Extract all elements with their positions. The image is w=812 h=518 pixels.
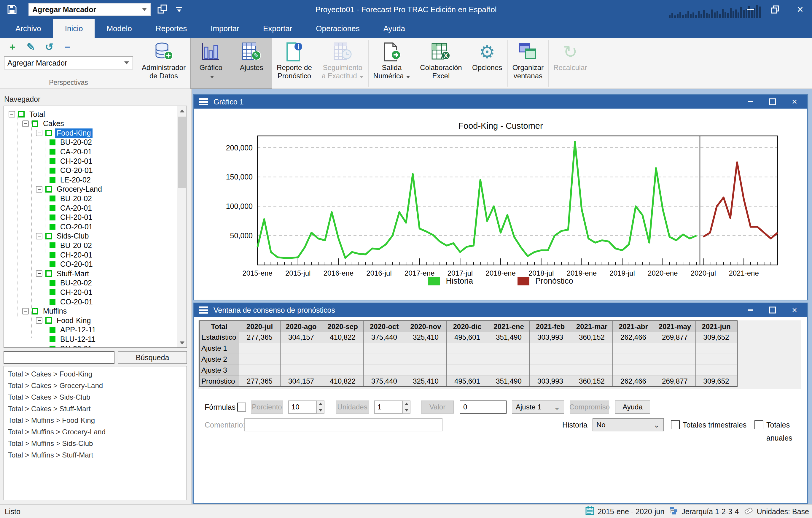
tree-item-bu-20-02[interactable]: BU-20-02 <box>50 240 94 250</box>
tab-ayuda[interactable]: Ayuda <box>372 19 417 38</box>
tree-item-ch-20-01[interactable]: CH-20-01 <box>50 287 94 297</box>
table-cell[interactable]: 309,652 <box>696 376 737 387</box>
table-cell[interactable]: 277,365 <box>239 376 281 387</box>
table-cell[interactable]: 269,877 <box>654 332 696 343</box>
tree-item-co-20-01[interactable]: CO-20-01 <box>50 297 95 307</box>
minimize-button[interactable] <box>746 97 755 106</box>
list-item[interactable]: Total > Muffins > Stuff-Mart <box>4 449 186 461</box>
table-cell[interactable] <box>613 354 654 365</box>
percent-stepper[interactable]: 10 <box>288 401 324 413</box>
tree-item-app-12-11[interactable]: APP-12-11 <box>50 325 97 335</box>
maximize-button[interactable] <box>768 97 777 106</box>
tree-scrollbar[interactable] <box>177 106 186 348</box>
collapse-icon[interactable] <box>36 130 42 136</box>
minimize-button[interactable] <box>746 306 755 315</box>
tree-item-bu-20-02[interactable]: BU-20-02 <box>50 138 94 147</box>
search-input[interactable] <box>4 351 114 364</box>
table-cell[interactable]: 325,410 <box>405 332 446 343</box>
chart-button[interactable]: Gráfico <box>191 38 231 88</box>
tree-item-co-20-01[interactable]: CO-20-01 <box>50 166 95 175</box>
tree-item-ca-20-01[interactable]: CA-20-01 <box>50 147 94 156</box>
table-cell[interactable] <box>405 354 446 365</box>
table-cell[interactable]: 325,410 <box>405 376 446 387</box>
table-cell[interactable]: 304,157 <box>281 332 322 343</box>
table-cell[interactable] <box>530 343 571 354</box>
edit-perspective-button[interactable]: ✎ <box>25 41 37 53</box>
table-cell[interactable] <box>446 365 488 376</box>
tree-item-bn-20-01[interactable]: BN-20-01 <box>50 344 94 348</box>
value-button[interactable]: Valor <box>421 401 454 413</box>
collapse-icon[interactable] <box>36 233 42 239</box>
remove-perspective-button[interactable]: − <box>62 41 74 53</box>
table-cell[interactable] <box>364 354 405 365</box>
formulas-checkbox[interactable] <box>237 403 246 411</box>
scroll-up-icon[interactable] <box>177 106 187 116</box>
table-cell[interactable] <box>654 354 696 365</box>
tab-exportar[interactable]: Exportar <box>251 19 304 38</box>
history-combo[interactable]: No⌄ <box>592 418 664 431</box>
table-cell[interactable] <box>571 365 613 376</box>
tab-operaciones[interactable]: Operaciones <box>304 19 371 38</box>
list-item[interactable]: Total > Cakes > Food-King <box>4 368 186 380</box>
chart-window-titlebar[interactable]: Gráfico 1 × <box>194 95 807 109</box>
table-cell[interactable]: 410,822 <box>322 332 364 343</box>
quick-access-customize-icon[interactable] <box>176 6 183 14</box>
forecast-report-button[interactable]: iReporte dePronóstico <box>272 38 317 88</box>
table-cell[interactable]: 262,466 <box>613 332 654 343</box>
table-cell[interactable] <box>488 343 530 354</box>
commit-button[interactable]: Compromiso <box>570 401 609 413</box>
collapse-icon[interactable] <box>9 111 15 117</box>
numeric-output-button[interactable]: SalidaNumérica <box>369 38 415 88</box>
tab-modelo[interactable]: Modelo <box>95 19 144 38</box>
table-cell[interactable]: 351,490 <box>488 332 530 343</box>
tree-item-bu-20-02[interactable]: BU-20-02 <box>50 278 94 288</box>
table-cell[interactable] <box>281 354 322 365</box>
table-cell[interactable]: 262,466 <box>613 376 654 387</box>
tree-item-cakes[interactable]: Cakes <box>22 119 66 128</box>
table-cell[interactable] <box>613 365 654 376</box>
table-cell[interactable]: 269,877 <box>654 376 696 387</box>
close-icon[interactable]: × <box>790 97 799 106</box>
tree-item-total[interactable]: Total <box>9 110 47 119</box>
table-cell[interactable]: 360,152 <box>571 332 613 343</box>
excel-collaboration-button[interactable]: XColaboraciónExcel <box>415 38 466 88</box>
tree-item-bu-20-02[interactable]: BU-20-02 <box>50 194 94 203</box>
table-cell[interactable] <box>488 354 530 365</box>
table-cell[interactable] <box>654 343 696 354</box>
collapse-icon[interactable] <box>22 308 29 315</box>
window-menu-icon[interactable] <box>199 98 208 105</box>
list-item[interactable]: Total > Muffins > Food-King <box>4 414 186 426</box>
table-cell[interactable] <box>696 354 737 365</box>
tree-item-le-20-02[interactable]: LE-20-02 <box>50 175 92 184</box>
table-cell[interactable] <box>446 343 488 354</box>
table-cell[interactable] <box>239 343 281 354</box>
save-icon[interactable] <box>6 4 17 16</box>
perspectives-combo[interactable]: Agregar Marcador <box>4 56 133 69</box>
table-cell[interactable] <box>405 365 446 376</box>
options-button[interactable]: ⚙Opciones <box>467 38 508 88</box>
table-cell[interactable] <box>364 343 405 354</box>
table-cell[interactable] <box>239 365 281 376</box>
tree-item-ch-20-01[interactable]: CH-20-01 <box>50 250 94 260</box>
scrollbar-thumb[interactable] <box>178 117 186 188</box>
units-value[interactable]: 1 <box>374 401 403 413</box>
add-perspective-button[interactable]: + <box>6 41 19 53</box>
maximize-button[interactable] <box>768 306 777 315</box>
tree-item-grocery-land[interactable]: Grocery-Land <box>36 184 104 194</box>
data-manager-button[interactable]: Administradorde Datos <box>137 38 191 88</box>
comment-input[interactable] <box>244 418 442 431</box>
tree-item-ca-20-01[interactable]: CA-20-01 <box>50 203 94 213</box>
quarterly-totals-checkbox[interactable] <box>671 421 680 429</box>
consensus-window-titlebar[interactable]: Ventana de consenso de pronósticos × <box>194 303 807 317</box>
table-cell[interactable]: 375,440 <box>364 332 405 343</box>
table-cell[interactable]: 304,157 <box>281 376 322 387</box>
table-cell[interactable]: 375,440 <box>364 376 405 387</box>
table-cell[interactable] <box>405 343 446 354</box>
list-item[interactable]: Total > Cakes > Stuff-Mart <box>4 403 186 414</box>
overrides-button[interactable]: ✎Ajustes <box>231 38 272 88</box>
tree-item-sids-club[interactable]: Sids-Club <box>36 231 90 241</box>
tree-item-food-king[interactable]: Food-King <box>36 316 92 325</box>
scroll-down-icon[interactable] <box>177 338 187 348</box>
table-cell[interactable] <box>446 354 488 365</box>
tree-item-ch-20-01[interactable]: CH-20-01 <box>50 156 94 166</box>
